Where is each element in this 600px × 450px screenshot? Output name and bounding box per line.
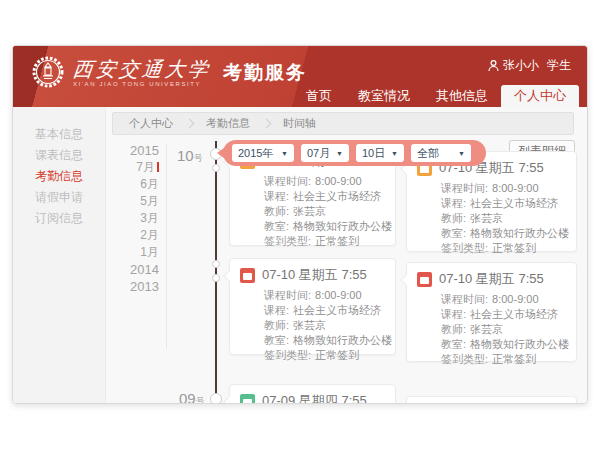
chevron-right-icon bbox=[185, 119, 195, 129]
timeline-trunk bbox=[215, 141, 217, 403]
day-select[interactable]: 10日▼ bbox=[356, 144, 404, 162]
user-name: 张小小 bbox=[503, 57, 539, 74]
nav-item-home[interactable]: 首页 bbox=[293, 85, 345, 107]
content-area: 基本信息 课表信息 考勤信息 请假申请 订阅信息 个人中心 考勤信息 时间轴 2… bbox=[13, 107, 587, 403]
nav-item-classrooms[interactable]: 教室情况 bbox=[345, 85, 423, 107]
year-nav-2015[interactable]: 2015 bbox=[113, 142, 159, 159]
breadcrumb-personal-center[interactable]: 个人中心 bbox=[129, 116, 173, 131]
chevron-down-icon: ▼ bbox=[281, 150, 288, 157]
filter-bubble: 2015年▼ 07月▼ 10日▼ 全部▼ bbox=[223, 140, 486, 166]
year-nav-2013[interactable]: 2013 bbox=[113, 278, 159, 295]
month-nav-feb[interactable]: 2月 bbox=[113, 227, 159, 244]
sidebar-item-leave-request[interactable]: 请假申请 bbox=[13, 187, 105, 208]
sidebar-item-basic-info[interactable]: 基本信息 bbox=[13, 124, 105, 145]
attendance-card: 07-10 星期五 7:55 课程时间:8:00-9:00 课程:社会主义市场经… bbox=[229, 258, 396, 355]
user-info[interactable]: 张小小 学生 bbox=[488, 57, 571, 74]
timeline-node bbox=[212, 260, 220, 268]
timeline-node bbox=[212, 164, 220, 172]
chevron-right-icon bbox=[262, 119, 272, 129]
breadcrumb: 个人中心 考勤信息 时间轴 bbox=[112, 112, 574, 135]
chevron-down-icon: ▼ bbox=[391, 150, 398, 157]
month-nav-may[interactable]: 5月 bbox=[113, 193, 159, 210]
card-date: 07-09 星期四 7:55 bbox=[262, 392, 367, 404]
chevron-down-icon: ▼ bbox=[458, 150, 465, 157]
month-nav-mar[interactable]: 3月 bbox=[113, 210, 159, 227]
university-name-en: XI'AN JIAO TONG UNIVERSITY bbox=[73, 81, 211, 87]
current-period-marker bbox=[157, 162, 159, 172]
chevron-down-icon: ▼ bbox=[336, 150, 343, 157]
day-marker-10: 10号 bbox=[177, 147, 203, 165]
year-nav-divider bbox=[166, 144, 167, 349]
nav-item-other-info[interactable]: 其他信息 bbox=[423, 85, 501, 107]
timeline-node bbox=[210, 393, 222, 404]
gear-emblem-icon bbox=[31, 55, 65, 89]
app-window: 西安交通大学 XI'AN JIAO TONG UNIVERSITY 考勤服务 张… bbox=[12, 45, 588, 404]
sidebar-item-attendance-info[interactable]: 考勤信息 bbox=[13, 166, 105, 187]
service-title: 考勤服务 bbox=[223, 60, 307, 86]
timeline-year-nav: 2015 7月 6月 5月 3月 2月 1月 2014 2013 bbox=[113, 142, 159, 295]
university-logo: 西安交通大学 XI'AN JIAO TONG UNIVERSITY 考勤服务 bbox=[31, 55, 307, 89]
user-role: 学生 bbox=[547, 57, 571, 74]
year-select[interactable]: 2015年▼ bbox=[232, 144, 294, 162]
month-nav-jun[interactable]: 6月 bbox=[113, 176, 159, 193]
month-nav-jul[interactable]: 7月 bbox=[113, 159, 159, 176]
calendar-icon bbox=[417, 272, 432, 287]
nav-item-personal-center[interactable]: 个人中心 bbox=[501, 85, 579, 107]
attendance-card: 07-10 星期五 7:55 课程时间:8:00-9:00 课程:社会主义市场经… bbox=[406, 151, 577, 252]
timeline-node bbox=[212, 274, 220, 282]
university-name-cn: 西安交通大学 bbox=[72, 58, 212, 80]
month-select[interactable]: 07月▼ bbox=[301, 144, 349, 162]
calendar-icon bbox=[240, 394, 255, 405]
breadcrumb-attendance-info[interactable]: 考勤信息 bbox=[206, 116, 250, 131]
breadcrumb-timeline[interactable]: 时间轴 bbox=[283, 116, 316, 131]
sidebar-item-schedule-info[interactable]: 课表信息 bbox=[13, 145, 105, 166]
card-date: 07-10 星期五 7:55 bbox=[262, 266, 367, 284]
person-icon bbox=[488, 60, 499, 72]
month-nav-jan[interactable]: 1月 bbox=[113, 244, 159, 261]
app-header: 西安交通大学 XI'AN JIAO TONG UNIVERSITY 考勤服务 张… bbox=[13, 46, 587, 107]
type-select[interactable]: 全部▼ bbox=[411, 144, 471, 162]
card-date: 07-10 星期五 7:55 bbox=[439, 270, 544, 288]
attendance-card: 07-09 星期四 7:55 bbox=[229, 384, 396, 404]
day-marker-09: 09号 bbox=[179, 390, 205, 404]
calendar-icon bbox=[240, 268, 255, 283]
year-nav-2014[interactable]: 2014 bbox=[113, 261, 159, 278]
attendance-card bbox=[406, 396, 577, 404]
sidebar-item-subscription-info[interactable]: 订阅信息 bbox=[13, 208, 105, 229]
main-nav: 首页 教室情况 其他信息 个人中心 bbox=[293, 85, 579, 107]
sidebar: 基本信息 课表信息 考勤信息 请假申请 订阅信息 bbox=[13, 107, 106, 403]
attendance-card: 07-10 星期五 7:55 课程时间:8:00-9:00 课程:社会主义市场经… bbox=[406, 262, 577, 362]
